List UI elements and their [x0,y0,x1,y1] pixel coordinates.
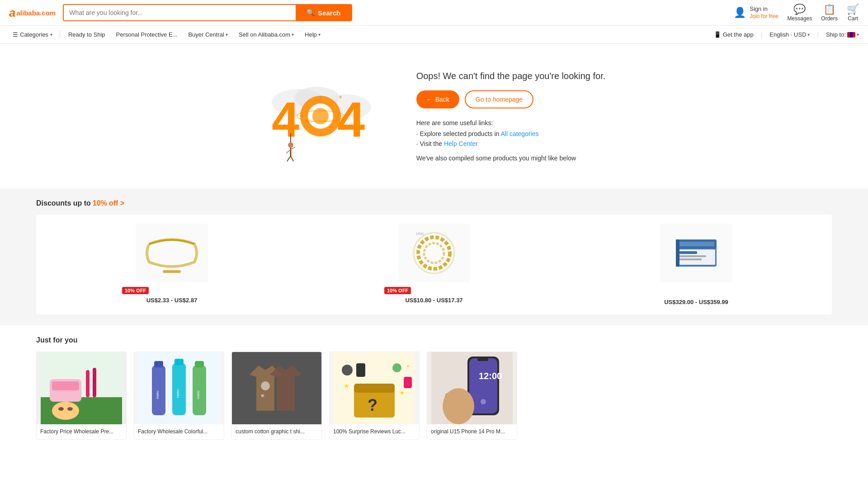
jfy-label-4: 100% Surprise Reviews Luc... [330,424,419,439]
svg-rect-38 [86,370,90,397]
svg-text:?: ? [368,396,377,414]
useful-links-title: Here are some useful links: [416,119,606,127]
get-app-link[interactable]: 📱 Get the app [714,31,754,38]
product-price-3: US$329.00 - US$359.99 [664,299,728,305]
join-free-label[interactable]: Join for free [750,13,778,20]
just-for-you-grid: Factory Price Wholesale Pre... [36,352,832,440]
search-button[interactable]: 🔍 Search [296,5,351,20]
search-button-label: Search [318,9,340,17]
menu-icon: ☰ [13,31,18,38]
svg-point-15 [288,142,293,148]
orders-action[interactable]: 📋 Orders [821,4,838,22]
svg-rect-30 [679,251,697,254]
alibaba-logo[interactable]: a alibaba.com [9,6,56,20]
help-center-link[interactable]: Help Center [444,140,478,147]
jfy-card-5[interactable]: 12:00 original U15 Phone 14 Pro M... [427,352,517,440]
svg-rect-60 [404,377,412,388]
just-for-you-section: Just for you [0,325,868,450]
discounts-section: Discounts up to 10% off > 10% OFF US$2.3… [0,188,868,325]
svg-rect-47 [175,359,184,365]
nav-item-buyer-central[interactable]: Buyer Central ▾ [184,29,232,40]
svg-rect-44 [152,366,165,415]
svg-line-19 [287,156,291,161]
nav-item-categories[interactable]: ☰ Categories ▾ [9,29,56,40]
language-selector[interactable]: English · USD ▾ [769,31,810,38]
jfy-label-3: custom cotton graphic t shi... [232,424,321,439]
svg-rect-76 [453,390,459,413]
svg-point-59 [392,363,401,372]
product-badge-1: 10% OFF [122,287,149,294]
back-button[interactable]: ← Back [416,90,459,108]
orders-label: Orders [821,15,838,22]
nav-right: 📱 Get the app | English · USD ▾ | Ship t… [714,31,859,38]
jfy-card-3[interactable]: 👒 custom cotton graphic t shi... [231,352,322,440]
svg-rect-32 [679,258,702,260]
jfy-card-1[interactable]: Factory Price Wholesale Pre... [36,352,127,440]
svg-line-20 [291,156,293,161]
svg-rect-75 [445,393,452,413]
jfy-card-4[interactable]: ? ★ ★ ✦ 100% Surprise Reviews Luc... [329,352,420,440]
discounts-off[interactable]: off > [109,199,124,207]
chevron-down-icon: ▾ [292,32,294,37]
explore-link-item: · Explore selected products in All categ… [416,130,606,137]
discount-product-1[interactable]: 10% OFF US$2.33 - US$2.87 [122,224,222,305]
svg-rect-77 [461,392,467,412]
svg-point-42 [67,407,73,411]
nav-item-sell-on-alibaba[interactable]: Sell on Alibaba.com ▾ [234,29,298,40]
chevron-down-icon: ▾ [226,32,228,37]
jfy-image-4: ? ★ ★ ✦ [330,352,419,424]
svg-point-73 [481,399,486,404]
nav-item-ready-to-ship[interactable]: Ready to Ship [64,29,110,40]
product-badge-2: 10% OFF [384,287,411,294]
jfy-label-1: Factory Price Wholesale Pre... [37,424,126,439]
discount-product-2[interactable]: Unic 10% OFF US$10.80 - US$17.37 [384,224,484,305]
chevron-down-icon: ▾ [857,32,859,37]
svg-rect-21 [163,270,181,273]
homepage-button[interactable]: Go to homepage [465,90,533,108]
svg-rect-37 [52,381,79,390]
nav-divider3: | [817,31,819,38]
search-bar: 🔍 Search [63,4,352,21]
svg-text:★: ★ [399,389,405,396]
jfy-image-1 [37,352,126,424]
ship-to-label: Ship to: [826,31,846,38]
mobile-icon: 📱 [714,31,721,38]
cart-action[interactable]: 🛒 Cart [847,4,859,22]
svg-text:👒: 👒 [261,394,265,398]
jfy-card-2[interactable]: Hello Hello Hello Factory Wholesale Colo… [134,352,224,440]
product-price-2: US$10.80 - US$17.37 [405,297,462,304]
error-buttons: ← Back Go to homepage [416,90,606,108]
svg-point-41 [58,407,64,411]
svg-point-57 [342,365,353,375]
homepage-button-label: Go to homepage [476,96,523,103]
discounts-header: Discounts up to 10% off > [36,199,832,207]
svg-rect-72 [477,358,488,361]
product-image-3 [660,224,732,282]
svg-rect-49 [195,361,204,367]
nav-bar: ☰ Categories ▾ Ready to Ship Personal Pr… [0,26,868,44]
just-for-you-title: Just for you [36,336,832,344]
discounts-percent: 10% [93,199,107,207]
jfy-image-2: Hello Hello Hello [134,352,224,424]
chevron-down-icon: ▾ [318,32,321,37]
nav-item-help[interactable]: Help ▾ [300,29,325,40]
messages-icon: 💬 [793,4,806,15]
svg-text:Hello: Hello [176,389,180,398]
messages-action[interactable]: 💬 Messages [788,4,812,22]
nav-divider2: | [761,31,763,38]
nav-divider [60,31,60,38]
back-button-label: Back [435,96,449,103]
chevron-down-icon: ▾ [807,32,810,37]
sign-in-action[interactable]: 👤 Sign in Join for free [734,5,778,20]
product-image-1 [136,224,208,282]
svg-text:✦: ✦ [406,364,410,369]
ship-to-selector[interactable]: Ship to: ▾ [826,31,859,38]
nav-item-personal-protective[interactable]: Personal Protective E... [112,29,182,40]
all-categories-link[interactable]: All categories [500,130,538,137]
search-input[interactable] [64,5,296,20]
svg-point-54 [261,381,270,390]
svg-rect-39 [93,368,96,397]
svg-rect-28 [678,242,714,246]
discount-product-3[interactable]: US$329.00 - US$359.99 [646,224,746,305]
link2-prefix: · Visit the [416,140,444,147]
